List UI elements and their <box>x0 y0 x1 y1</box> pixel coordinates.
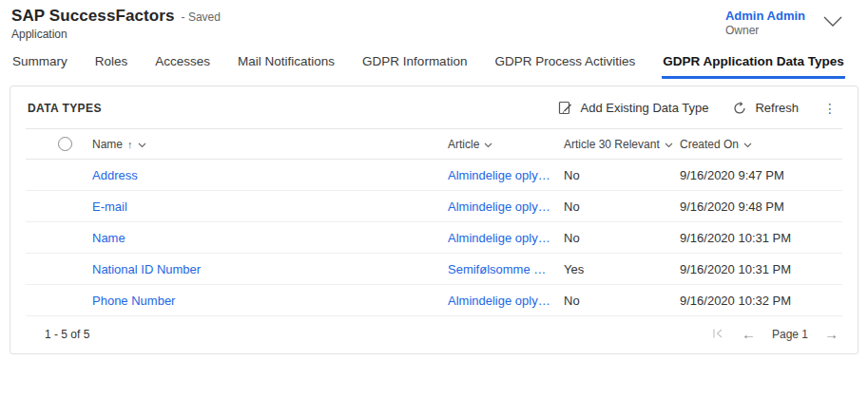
sort-ascending-icon: ↑ <box>127 139 133 150</box>
created-on-value: 9/16/2020 10:31 PM <box>680 231 842 245</box>
data-type-name-link[interactable]: E-mail <box>92 200 448 214</box>
created-on-value: 9/16/2020 9:47 PM <box>680 168 842 182</box>
table-row[interactable]: National ID Number Semifølsomme da... Ye… <box>26 254 842 285</box>
column-chevron-icon <box>138 138 146 151</box>
tab-gdpr-application-data-types[interactable]: GDPR Application Data Types <box>662 50 845 79</box>
article-30-relevant-value: No <box>564 168 680 182</box>
page-subtitle: Application <box>11 28 221 41</box>
record-count: 1 - 5 of 5 <box>45 328 89 341</box>
saved-status: - Saved <box>182 10 221 24</box>
data-type-name-link[interactable]: Address <box>92 168 448 182</box>
table-row[interactable]: Phone Number Almindelige oplys... No 9/1… <box>26 285 842 316</box>
add-existing-icon <box>558 101 572 115</box>
tab-accesses[interactable]: Accesses <box>154 50 211 79</box>
column-created-on-label: Created On <box>680 138 739 151</box>
article-link[interactable]: Almindelige oplys... <box>448 200 564 214</box>
card-toolbar: Add Existing Data Type Refresh ⋮ <box>549 97 846 119</box>
more-commands-button[interactable]: ⋮ <box>814 100 846 117</box>
article-link[interactable]: Almindelige oplys... <box>448 231 564 245</box>
created-on-value: 9/16/2020 9:48 PM <box>680 200 842 214</box>
owner-field[interactable]: Admin Admin Owner <box>725 7 853 37</box>
column-chevron-icon <box>484 138 492 151</box>
add-existing-data-type-button[interactable]: Add Existing Data Type <box>549 97 719 119</box>
article-link[interactable]: Semifølsomme da... <box>448 262 564 276</box>
title-block: SAP SuccessFactors - Saved Application <box>11 7 221 41</box>
card-header: DATA TYPES Add Existing Data Type <box>10 86 858 128</box>
article-30-relevant-value: No <box>564 294 680 308</box>
column-header-article-30-relevant[interactable]: Article 30 Relevant <box>564 138 680 151</box>
arrow-right-icon: → <box>824 326 839 342</box>
pagination: ← Page 1 → <box>710 327 840 341</box>
tab-summary[interactable]: Summary <box>11 50 68 79</box>
article-30-relevant-value: No <box>564 231 680 245</box>
tab-roles[interactable]: Roles <box>94 50 129 79</box>
tab-mail-notifications[interactable]: Mail Notifications <box>237 50 336 79</box>
header-expand-button[interactable] <box>819 11 847 34</box>
previous-page-button[interactable]: ← <box>740 327 758 341</box>
add-existing-label: Add Existing Data Type <box>581 101 709 115</box>
column-header-name[interactable]: Name ↑ <box>92 138 448 151</box>
chevron-down-icon <box>822 16 843 30</box>
select-all-radio[interactable] <box>58 137 72 151</box>
data-type-name-link[interactable]: National ID Number <box>92 262 448 276</box>
owner-role-label: Owner <box>725 24 805 37</box>
vertical-ellipsis-icon: ⋮ <box>823 101 837 116</box>
data-types-table: Name ↑ Article Article 30 Relevant Crea <box>26 129 842 316</box>
tab-gdpr-information[interactable]: GDPR Information <box>361 50 468 79</box>
app-header: SAP SuccessFactors - Saved Application A… <box>0 0 868 43</box>
column-article-label: Article <box>448 138 479 151</box>
page-indicator: Page 1 <box>772 328 808 341</box>
data-type-name-link[interactable]: Phone Number <box>92 294 448 308</box>
tab-bar: Summary Roles Accesses Mail Notification… <box>0 43 868 79</box>
first-page-icon <box>712 326 723 342</box>
article-30-relevant-value: No <box>564 200 680 214</box>
column-name-label: Name <box>92 138 123 151</box>
table-row[interactable]: Address Almindelige oplys... No 9/16/202… <box>26 160 842 191</box>
tab-gdpr-process-activities[interactable]: GDPR Process Activities <box>493 50 636 79</box>
arrow-left-icon: ← <box>742 326 756 342</box>
table-row[interactable]: E-mail Almindelige oplys... No 9/16/2020… <box>26 191 842 222</box>
created-on-value: 9/16/2020 10:32 PM <box>680 294 842 308</box>
article-link[interactable]: Almindelige oplys... <box>448 294 564 308</box>
article-30-relevant-value: Yes <box>564 262 680 276</box>
refresh-button[interactable]: Refresh <box>723 97 808 119</box>
next-page-button[interactable]: → <box>822 327 840 341</box>
table-row[interactable]: Name Almindelige oplys... No 9/16/2020 1… <box>26 222 842 254</box>
column-chevron-icon <box>743 138 752 151</box>
owner-name-link[interactable]: Admin Admin <box>725 9 805 23</box>
table-footer: 1 - 5 of 5 ← Page 1 → <box>10 316 858 353</box>
article-link[interactable]: Almindelige oplys... <box>448 168 564 182</box>
data-types-card: DATA TYPES Add Existing Data Type <box>10 86 858 354</box>
refresh-icon <box>733 102 746 115</box>
page-title: SAP SuccessFactors <box>11 7 175 26</box>
created-on-value: 9/16/2020 10:31 PM <box>680 262 842 276</box>
column-header-article[interactable]: Article <box>448 138 564 151</box>
table-header-row: Name ↑ Article Article 30 Relevant Crea <box>26 129 842 160</box>
column-header-created-on[interactable]: Created On <box>680 138 842 151</box>
refresh-label: Refresh <box>755 101 799 115</box>
data-type-name-link[interactable]: Name <box>92 231 448 245</box>
card-title: DATA TYPES <box>28 102 102 115</box>
column-chevron-icon <box>665 138 673 151</box>
first-page-button[interactable] <box>710 327 725 341</box>
column-article30-label: Article 30 Relevant <box>564 138 660 151</box>
